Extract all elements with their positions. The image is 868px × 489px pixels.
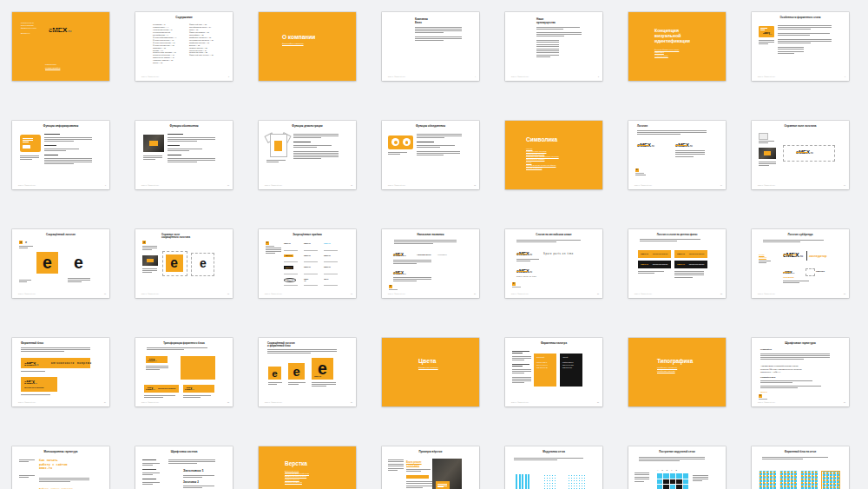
forbidden-logo-sample: eMEX.ru bbox=[324, 242, 331, 244]
slide-title: Слоган на английском языке bbox=[505, 234, 602, 236]
text-lines-placeholder bbox=[44, 158, 92, 165]
text-line bbox=[312, 384, 336, 385]
slide-thumbnail-35-block-on-grid[interactable]: Фирменный блок на сеткеEMEX.ru · Фирменн… bbox=[752, 446, 849, 489]
grid-columns-stripes bbox=[516, 474, 531, 489]
text-line bbox=[417, 147, 440, 148]
slide-thumbnail-6-divider-concept[interactable]: Концепция визуальной идентификациифункци… bbox=[628, 12, 726, 81]
slide-thumbnail-10-func-demo[interactable]: Функция демонстрацииEMEX.ru · Фирменный … bbox=[259, 121, 356, 189]
text-line bbox=[640, 241, 677, 241]
emex-logo: eMEX.ru bbox=[393, 253, 406, 257]
footer-text: EMEX.ru · Фирменный стиль bbox=[388, 294, 405, 295]
slide-thumbnail-33-modular-grid[interactable]: Модульная сеткаEMEX.ru · Фирменный стиль… bbox=[505, 446, 602, 489]
text-lines-placeholder bbox=[637, 130, 707, 135]
text-line bbox=[637, 132, 707, 133]
slide-thumbnail-25-divider-colors[interactable]: Цветафирменная палитра bbox=[382, 338, 479, 406]
text-line bbox=[143, 159, 155, 160]
slide-thumbnail-19-slogan-en[interactable]: Слоган на английском языкеeMEX.ruSpare p… bbox=[505, 229, 602, 298]
slide-title: Фирменная палитра bbox=[505, 342, 602, 346]
text-line bbox=[674, 271, 704, 272]
text-line bbox=[389, 289, 398, 290]
modular-grid-block bbox=[759, 471, 776, 489]
slide-thumbnail-28-typefaces[interactable]: Шрифтовые гарнитурыPragmaticaАаБбВвГгДдЕ… bbox=[752, 338, 849, 406]
slide-thumbnail-34-grid-construction[interactable]: Построение модульной сеткиА Б В Г ДEMEX.… bbox=[628, 446, 726, 489]
slide-title: Фирменный блок на сетке bbox=[752, 451, 849, 453]
grid-columns-dots bbox=[568, 474, 585, 489]
text-line bbox=[760, 357, 830, 358]
slide-thumbnail-7-style-features[interactable]: Особенности фирменного стиляeMEX.ruEMEX.… bbox=[752, 12, 849, 81]
text-line bbox=[778, 35, 810, 36]
logo-suffix: .ru bbox=[810, 151, 813, 155]
divider-link: примеры вёрстки bbox=[285, 479, 299, 481]
text-lines-placeholder bbox=[759, 141, 774, 144]
page-number: 9 bbox=[97, 184, 106, 186]
slide-thumbnail-13-logotype[interactable]: ЛоготипeMEX.rueMEX.rueEMEX.ru · Фирменны… bbox=[628, 121, 726, 189]
slide-thumbnail-2-toc[interactable]: СодержаниеО компании — 3 Компания Emex —… bbox=[135, 12, 233, 81]
slide-thumbnail-5-advantages[interactable]: Наши преимуществаEMEX.ru · Фирменный сти… bbox=[505, 12, 602, 81]
version-mark: e bbox=[266, 241, 274, 247]
text-line bbox=[417, 155, 444, 155]
slide-thumbnail-29-mono-typeface[interactable]: Моноширинная гарнитураКак начать работу … bbox=[12, 446, 109, 489]
text-line bbox=[312, 386, 326, 387]
slide-thumbnail-31-divider-layout[interactable]: Версткамодульная сеткапостроение модульн… bbox=[259, 446, 356, 489]
text-line bbox=[168, 162, 197, 162]
text-line bbox=[183, 475, 214, 476]
slide-thumbnail-12-divider-symbols[interactable]: Символикалоготипохранное поле логотипасо… bbox=[505, 121, 602, 189]
slide-thumbnail-4-company[interactable]: Компания EmexEMEX.ru · Фирменный стиль4 bbox=[382, 12, 479, 81]
slide-thumbnail-20-logo-on-color[interactable]: Логотип и слоган на цветных фонахeMEX.ru… bbox=[628, 229, 726, 298]
text-line bbox=[778, 47, 804, 48]
logo-suffix: .ru bbox=[404, 254, 406, 257]
grid-letters: А Б В Г Д bbox=[657, 469, 678, 471]
slide-title: Построение модульной сетки bbox=[628, 451, 726, 453]
slide-thumbnail-16-short-logo-clearspace[interactable]: Охранное поле сокращённого логотипаeeeEM… bbox=[135, 229, 233, 298]
grid-cell bbox=[670, 473, 675, 479]
slide-thumbnail-24-short-logo-block[interactable]: Сокращённый логотип и фирменный блокeeee… bbox=[259, 338, 356, 406]
slide-thumbnail-21-subbrand[interactable]: Логотип суббрендалоготип суббрендаeMEX.r… bbox=[752, 229, 849, 298]
text-line bbox=[417, 145, 455, 146]
text-lines-placeholder bbox=[142, 459, 156, 461]
text-line bbox=[760, 355, 830, 356]
slide-thumbnail-18-naming[interactable]: Написание названияeMEX.ruАвтозапчастинап… bbox=[382, 229, 479, 298]
footer-text: EMEX.ru · Фирменный стиль bbox=[388, 76, 405, 78]
slide-title: Компания Emex bbox=[415, 18, 428, 25]
slide-thumbnail-17-forbidden[interactable]: Запрещённые приёмыeeMEX.rueMEX.rueMEX.ru… bbox=[259, 229, 356, 298]
shape-rect bbox=[806, 268, 815, 276]
text-line bbox=[293, 155, 339, 155]
modular-grid-block bbox=[779, 471, 797, 489]
slide-thumbnail-27-divider-typography[interactable]: Типографикашрифтовые гарнитурышрифтовая … bbox=[628, 338, 726, 406]
slide-thumbnail-1-cover[interactable]: Руководство по использованию фирменного … bbox=[12, 12, 109, 81]
text-line bbox=[693, 480, 702, 481]
text-line bbox=[19, 280, 31, 281]
slide-thumbnail-11-func-unite[interactable]: Функция объединенияEMEX.ru · Фирменный с… bbox=[382, 121, 479, 189]
slide-thumbnail-14-logo-clearspace[interactable]: Охранное поле логотипаeMEX.ruEMEX.ru · Ф… bbox=[752, 121, 849, 189]
page-number: 12 bbox=[467, 184, 476, 186]
slide-thumbnail-22-brand-block[interactable]: Фирменный блокeMEX.ruавтозапчасти воврем… bbox=[12, 338, 109, 406]
text-line bbox=[268, 382, 282, 383]
text-line bbox=[293, 147, 317, 148]
slide-thumbnail-15-short-logo[interactable]: Сокращённый логотипeeeeEMEX.ru · Фирменн… bbox=[12, 229, 109, 298]
text-line bbox=[168, 155, 181, 155]
divider-title: Символика bbox=[526, 136, 557, 143]
text-line bbox=[39, 479, 89, 480]
text-line bbox=[406, 469, 431, 470]
logo-color-bar: eMEX.ruавтозапчасти вовремя bbox=[638, 261, 671, 268]
text-line bbox=[44, 141, 74, 142]
cover-credit-name: Студия дизайна bbox=[45, 67, 60, 69]
text-line bbox=[143, 155, 162, 156]
text-line bbox=[144, 395, 175, 396]
text-line bbox=[146, 366, 168, 367]
slide-thumbnail-30-type-system[interactable]: Шрифтовая системаЗаголовок 1Заголовок 2З… bbox=[135, 446, 233, 489]
specimen: 1234567890 .,:;!?№«»() bbox=[760, 371, 780, 373]
slide-thumbnail-32-layout-examples[interactable]: Примеры вёрсткиВзять ремонт в свои руки1… bbox=[382, 446, 479, 489]
text-lines-placeholder bbox=[21, 394, 50, 396]
slide-thumbnail-9-func-mark[interactable]: Функция обозначенияEMEX.ru · Фирменный с… bbox=[135, 121, 233, 189]
text-line bbox=[19, 461, 29, 462]
text-line bbox=[168, 459, 215, 460]
text-line bbox=[512, 369, 531, 370]
text-line bbox=[288, 382, 306, 383]
slide-thumbnail-3-divider-about[interactable]: О компаниифилософия компании bbox=[259, 12, 356, 81]
text-line bbox=[512, 364, 529, 365]
slide-thumbnail-23-block-transform[interactable]: Трансформация фирменного блокаeMEX.rueME… bbox=[135, 338, 233, 406]
slide-thumbnail-26-palette[interactable]: Фирменная палитраОранжевый Pantone 1375 … bbox=[505, 338, 602, 406]
text-lines-placeholder bbox=[635, 175, 646, 176]
slide-thumbnail-8-func-inform[interactable]: Функция информированияEMEX.ru · Фирменны… bbox=[12, 121, 109, 189]
